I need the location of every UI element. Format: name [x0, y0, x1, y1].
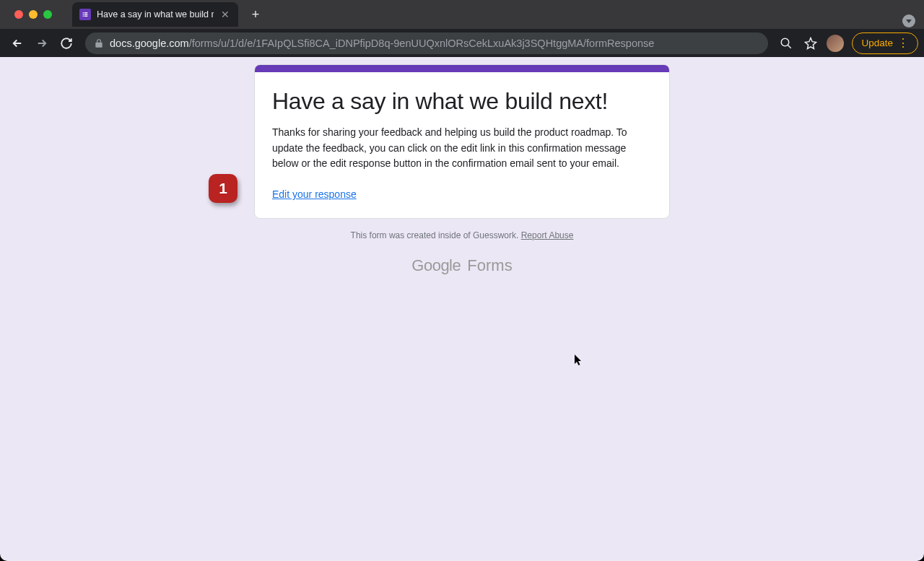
maximize-window-button[interactable] [43, 10, 52, 19]
window-controls [7, 10, 59, 19]
form-accent-bar [255, 65, 669, 72]
svg-point-6 [782, 38, 790, 46]
edit-response-link[interactable]: Edit your response [272, 188, 357, 200]
annotation-label: 1 [219, 180, 227, 197]
tab-bar: Have a say in what we build ne ✕ + [0, 0, 924, 29]
forms-favicon-icon [79, 9, 91, 20]
lock-icon [94, 38, 104, 48]
svg-rect-5 [84, 16, 88, 17]
forms-logo-text: Forms [463, 256, 512, 274]
tab-menu-icon[interactable] [902, 14, 915, 27]
profile-avatar[interactable] [824, 32, 846, 54]
google-forms-logo[interactable]: Google Forms [254, 256, 670, 275]
svg-rect-2 [83, 14, 84, 14]
update-button[interactable]: Update ⋮ [852, 32, 918, 54]
svg-rect-1 [84, 12, 88, 13]
close-tab-icon[interactable]: ✕ [219, 9, 231, 20]
report-abuse-link[interactable]: Report Abuse [521, 230, 574, 240]
new-tab-button[interactable]: + [245, 4, 266, 25]
svg-rect-4 [83, 16, 84, 17]
page-content: Have a say in what we build next! Thanks… [0, 57, 924, 561]
back-button[interactable] [6, 32, 29, 55]
svg-rect-0 [83, 12, 84, 13]
form-title: Have a say in what we build next! [272, 88, 652, 115]
avatar [827, 35, 844, 52]
url-path: /forms/u/1/d/e/1FAIpQLSfi8CA_iDNPfipD8q-… [189, 38, 655, 49]
annotation-marker-1: 1 [209, 174, 237, 203]
minimize-window-button[interactable] [29, 10, 38, 19]
nav-bar: docs.google.com/forms/u/1/d/e/1FAIpQLSfi… [0, 29, 924, 57]
toolbar-right: Update ⋮ [775, 32, 918, 54]
address-bar[interactable]: docs.google.com/forms/u/1/d/e/1FAIpQLSfi… [85, 32, 768, 54]
close-window-button[interactable] [14, 10, 23, 19]
form-footer: This form was created inside of Guesswor… [254, 230, 670, 240]
forward-button[interactable] [30, 32, 53, 55]
tab-title: Have a say in what we build ne [97, 9, 214, 19]
reload-button[interactable] [55, 32, 78, 55]
bookmark-star-icon[interactable] [800, 32, 821, 54]
confirmation-message: Thanks for sharing your feedback and hel… [272, 125, 652, 172]
google-logo-text: Google [411, 256, 461, 274]
form-confirmation-card: Have a say in what we build next! Thanks… [254, 64, 670, 219]
search-zoom-icon[interactable] [775, 32, 797, 54]
browser-tab[interactable]: Have a say in what we build ne ✕ [72, 2, 238, 27]
created-inside-text: This form was created inside of Guesswor… [351, 230, 521, 240]
form-body: Have a say in what we build next! Thanks… [255, 72, 669, 218]
url-text: docs.google.com/forms/u/1/d/e/1FAIpQLSfi… [110, 38, 759, 49]
mouse-cursor-icon [575, 355, 583, 368]
browser-chrome: Have a say in what we build ne ✕ + docs.… [0, 0, 924, 57]
url-domain: docs.google.com [110, 38, 189, 49]
svg-rect-3 [84, 14, 88, 14]
update-label: Update [861, 38, 893, 48]
